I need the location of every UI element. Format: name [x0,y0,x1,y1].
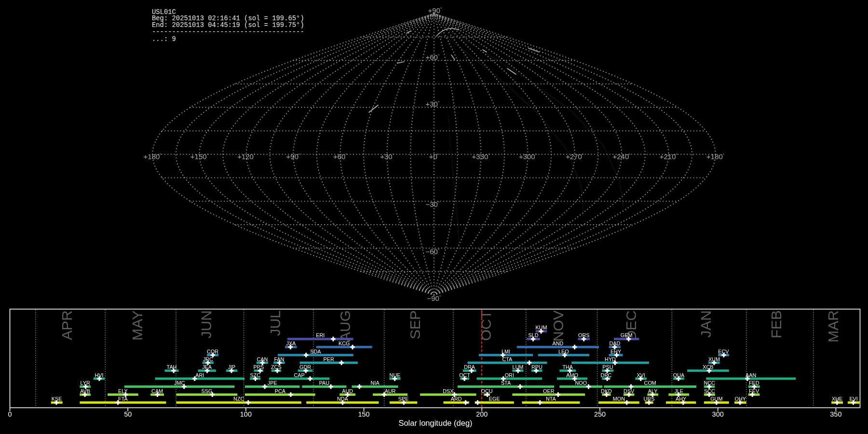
svg-text:+90°: +90° [428,6,442,14]
svg-text:300: 300 [712,410,724,418]
svg-text:...: 9: ...: 9 [152,35,176,43]
svg-text:JEA: JEA [202,364,212,370]
svg-text:GDR: GDR [299,364,311,370]
svg-text:NTA: NTA [546,396,556,402]
svg-text:AUD: AUD [342,388,353,394]
svg-text:AMO: AMO [566,372,578,378]
svg-text:JRC: JRC [203,356,213,362]
svg-text:AUR: AUR [385,388,396,394]
svg-text:50: 50 [124,410,132,418]
svg-text:NOO: NOO [575,380,587,386]
svg-text:−60°: −60° [425,247,439,256]
svg-text:CAM: CAM [151,388,163,394]
svg-text:AVB: AVB [80,388,90,394]
svg-text:+60°: +60° [333,152,347,161]
svg-text:PCA: PCA [275,388,286,394]
svg-text:ZCS: ZCS [271,364,282,370]
svg-text:NUE: NUE [390,372,401,378]
svg-text:250: 250 [594,410,606,418]
svg-text:ERI: ERI [316,332,325,338]
svg-text:GEM: GEM [621,332,633,338]
svg-text:DKD: DKD [601,388,612,394]
svg-text:SLD: SLD [528,332,538,338]
svg-text:CAP: CAP [294,372,304,378]
svg-text:JLE: JLE [674,388,683,394]
svg-text:KCG: KCG [339,340,350,346]
svg-text:DPC: DPC [601,372,612,378]
svg-text:MAY: MAY [129,311,145,341]
svg-text:SSG: SSG [201,388,212,394]
svg-text:EGE: EGE [489,396,500,402]
svg-text:EVI: EVI [849,396,857,402]
svg-text:FED: FED [749,380,760,386]
svg-text:APR: APR [59,311,75,340]
svg-text:LUM: LUM [513,364,524,370]
svg-text:COR: COR [207,349,218,354]
svg-text:ELY: ELY [118,388,128,394]
svg-text:GUM: GUM [710,396,722,402]
svg-text:NOV: NOV [550,311,566,342]
svg-text:+330°: +330° [472,152,490,161]
svg-text:+60°: +60° [425,53,439,61]
svg-text:+180°: +180° [144,152,162,161]
svg-text:XHE: XHE [832,396,842,402]
svg-text:+240°: +240° [612,152,631,161]
svg-text:URS: URS [644,396,655,402]
svg-text:OHY: OHY [734,396,746,402]
svg-text:SZC: SZC [250,372,260,378]
svg-text:ORS: ORS [578,332,589,338]
svg-text:0: 0 [8,410,12,418]
svg-text:OCT: OCT [459,372,470,378]
svg-text:+300°: +300° [519,152,537,161]
svg-text:KUM: KUM [535,325,547,330]
svg-text:HVI: HVI [95,372,104,378]
svg-text:+150°: +150° [190,152,209,161]
svg-text:PSU: PSU [602,364,613,370]
svg-text:NIA: NIA [371,380,380,386]
svg-text:LMI: LMI [502,349,510,354]
svg-text:ECV: ECV [718,349,729,354]
svg-text:+270°: +270° [566,152,584,161]
svg-text:OCT: OCT [478,311,494,341]
svg-text:FEV: FEV [749,388,760,394]
svg-text:QUA: QUA [673,372,685,378]
svg-text:+30°: +30° [380,152,394,161]
svg-text:KSE: KSE [52,396,62,402]
svg-text:SDA: SDA [310,349,321,354]
svg-text:SCC: SCC [704,388,715,394]
svg-text:ARD: ARD [451,396,462,402]
svg-text:FEB: FEB [768,311,784,339]
svg-text:AUG: AUG [337,311,353,342]
svg-text:PPS: PPS [253,364,264,370]
svg-text:RPU: RPU [531,364,542,370]
svg-text:AHY: AHY [676,396,686,402]
svg-text:JPE: JPE [268,380,277,386]
svg-text:DRA: DRA [464,364,475,370]
svg-text:XUM: XUM [708,356,720,362]
svg-text:STA: STA [501,380,511,386]
svg-text:XCB: XCB [703,364,713,370]
svg-text:+120°: +120° [237,152,256,161]
svg-text:AAN: AAN [746,372,756,378]
svg-text:+210°: +210° [660,152,678,161]
svg-text:CAN: CAN [257,356,268,362]
svg-text:EHY: EHY [610,349,621,354]
svg-text:+30°: +30° [425,100,439,108]
svg-text:JUL: JUL [267,311,283,336]
svg-text:JUN: JUN [198,311,214,339]
svg-text:DAD: DAD [609,340,620,346]
svg-text:SPE: SPE [398,396,409,402]
svg-text:JIP: JIP [228,364,236,370]
svg-text:ARI: ARI [195,372,204,378]
svg-text:THA: THA [562,364,573,370]
svg-text:------------------------------: -------------------------------------- [152,28,304,36]
svg-text:ORI: ORI [505,372,514,378]
svg-text:NDA: NDA [337,396,349,402]
svg-text:CTA: CTA [502,356,513,362]
svg-text:JXA: JXA [286,340,296,346]
svg-text:NZC: NZC [233,396,244,402]
svg-text:FTA: FTA [118,396,128,402]
svg-text:LEO: LEO [558,349,569,354]
svg-text:−30°: −30° [425,200,439,208]
svg-text:XVI: XVI [637,372,645,378]
